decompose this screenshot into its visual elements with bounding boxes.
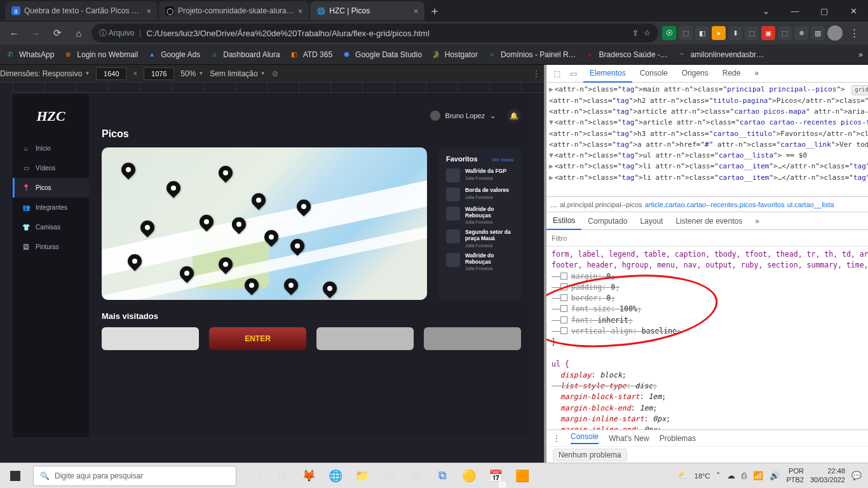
tile[interactable]	[102, 327, 199, 350]
tab-network[interactable]: Rede	[716, 65, 747, 83]
notifications-icon[interactable]: 💬	[851, 471, 862, 480]
css-declaration[interactable]: margin-inline-start: 0px;	[552, 414, 868, 424]
css-declaration[interactable]: margin-block-start: 1em;	[552, 391, 868, 402]
inspect-icon[interactable]: ⬚	[550, 67, 563, 80]
css-declaration[interactable]: padding: 0;	[552, 282, 868, 293]
sidebar-item-picos[interactable]: 📍Picos	[13, 178, 89, 198]
bookmark[interactable]: ~amilonlinevendasbr…	[677, 50, 764, 60]
map-pin[interactable]	[216, 163, 236, 182]
chrome-icon[interactable]: 🟡	[456, 463, 482, 489]
throttle-select[interactable]: Sem limitação	[210, 69, 265, 78]
language-indicator[interactable]: POR PTB2	[786, 467, 804, 484]
bookmark[interactable]: ⊕Login no Webmail	[63, 50, 138, 60]
css-declaration[interactable]: margin-block-end: 1em;	[552, 403, 868, 414]
height-input[interactable]	[144, 67, 174, 80]
styles-pane[interactable]: form, label, legend, table, caption, tbo…	[546, 247, 868, 430]
sidebar-item-início[interactable]: ⌂Início	[13, 139, 89, 158]
reload-button[interactable]: ⟳	[48, 24, 66, 42]
tab-layout[interactable]: Layout	[634, 213, 669, 229]
taskbar-search[interactable]: 🔍 Digite aqui para pesquisar	[33, 466, 236, 486]
elements-breadcrumb[interactable]: … al.principal.principal--picos article.…	[546, 197, 868, 212]
see-all-link[interactable]: Ver todos	[492, 158, 513, 163]
element-node[interactable]: <attr-n">class="tag">h3 attr-n">class="c…	[549, 128, 868, 139]
sidebar-item-vídeos[interactable]: ▭Vídeos	[13, 158, 89, 178]
cortana-icon[interactable]: ◯	[243, 463, 268, 489]
checkbox[interactable]	[560, 316, 567, 323]
close-icon[interactable]: ×	[414, 6, 419, 16]
store-icon[interactable]: 🛍	[376, 463, 402, 489]
puzzle-icon[interactable]: ✵	[794, 26, 808, 40]
checkbox[interactable]	[560, 273, 567, 280]
clock[interactable]: 22:48 30/03/2022	[810, 467, 845, 484]
wifi-icon[interactable]: 📶	[753, 471, 763, 480]
bookmark[interactable]: ◧ATD 365	[289, 50, 332, 60]
css-declaration[interactable]: border: 0;	[552, 293, 868, 304]
ext-icon[interactable]: ⬚	[679, 26, 693, 40]
weather-temp[interactable]: 18°C	[695, 472, 710, 480]
drawer-whatsnew[interactable]: What's New	[609, 434, 649, 443]
bookmark[interactable]: aDashboard Alura	[209, 50, 280, 60]
app-icon[interactable]: 📅35	[483, 463, 508, 489]
filter-input[interactable]	[546, 234, 868, 242]
user-menu[interactable]: Bruno Lopez ⌄	[430, 111, 496, 121]
crumb[interactable]: al.principal.principal--picos	[560, 201, 642, 208]
bookmark[interactable]: ●Bradesco Saúde -…	[585, 50, 668, 60]
close-icon[interactable]: ×	[298, 6, 303, 16]
mail-icon[interactable]: ✉	[403, 463, 428, 489]
kebab-icon[interactable]: ⋮	[845, 24, 863, 42]
bell-icon[interactable]: 🔔	[507, 109, 521, 123]
map-pin[interactable]	[248, 190, 268, 210]
new-tab-button[interactable]: ＋	[426, 2, 444, 20]
tabs-overflow[interactable]: »	[748, 65, 765, 83]
kebab-icon[interactable]: ⋮	[532, 69, 540, 78]
ext-icon[interactable]: ●	[712, 26, 726, 40]
tab-elements[interactable]: Elementos	[583, 65, 632, 83]
tile[interactable]: ENTER	[209, 327, 306, 350]
star-icon[interactable]: ☆	[644, 29, 651, 37]
bookmark[interactable]: ✆WhatsApp	[5, 50, 54, 60]
map-pin[interactable]	[164, 178, 184, 198]
css-declaration[interactable]: list-style-type: disc;	[552, 381, 868, 391]
favorite-item[interactable]: Wallride da FGP Júlia Fonseca	[446, 168, 513, 182]
tab-console[interactable]: Console	[634, 65, 674, 83]
element-node[interactable]: ▶<attr-n">class="tag">li attr-n">class="…	[549, 161, 868, 172]
favorite-item[interactable]: Wallride do Rebouças Júlia Fonseca	[446, 207, 513, 225]
ext-icon[interactable]: ⬚	[745, 26, 759, 40]
bookmark[interactable]: ⟐Domínios - Painel R…	[487, 50, 576, 60]
bookmarks-overflow[interactable]: »	[858, 50, 863, 59]
bookmark[interactable]: ▲Google Ads	[147, 50, 200, 60]
taskview-icon[interactable]: ⊞	[269, 463, 295, 489]
ext-icon[interactable]: ◧	[695, 26, 709, 40]
forward-button[interactable]: →	[27, 24, 44, 42]
tab-styles[interactable]: Estilos	[546, 212, 581, 230]
volume-icon[interactable]: 🔊	[770, 471, 780, 480]
url-input[interactable]: ⓘ Arquivo | C:/Users/luiz3/OneDrive/Área…	[92, 24, 658, 43]
elements-tree[interactable]: ▶<attr-n">class="tag">main attr-n">class…	[546, 83, 868, 197]
weather-icon[interactable]: ⛅	[678, 471, 688, 480]
map-pin[interactable]	[138, 218, 158, 238]
tile[interactable]	[316, 327, 414, 350]
tab-sources[interactable]: Origens	[675, 65, 715, 83]
profile-avatar[interactable]	[827, 25, 843, 41]
sidebar-item-pinturas[interactable]: 🖼Pinturas	[13, 237, 89, 257]
tab-computed[interactable]: Computado	[581, 213, 634, 229]
ext-icon[interactable]: ⬍	[728, 26, 742, 40]
element-node[interactable]: ▼<attr-n">class="tag">ul attr-n">class="…	[549, 150, 868, 161]
app-icon[interactable]: 🦊	[296, 463, 322, 489]
favorite-item[interactable]: Wallride do Rebouças Júlia Fonseca	[446, 253, 513, 271]
tab-event-listeners[interactable]: Listener de eventos	[669, 213, 749, 229]
ext-icon[interactable]: ▥	[811, 26, 825, 40]
ext-icon[interactable]: ⬚	[778, 26, 792, 40]
close-icon[interactable]: ×	[146, 6, 151, 16]
css-declaration[interactable]: margin: 0;	[552, 271, 868, 282]
favorite-item[interactable]: Segundo setor da praça Mauá Júlia Fonsec…	[446, 229, 513, 248]
onedrive-icon[interactable]: ☁	[727, 471, 735, 480]
tray-overflow-icon[interactable]: ˄	[716, 471, 721, 480]
checkbox[interactable]	[560, 327, 567, 334]
zoom-select[interactable]: 50%	[180, 69, 203, 78]
bookmark[interactable]: 🐊Hostgator	[431, 50, 478, 60]
css-declaration[interactable]: vertical-align: baseline;	[552, 326, 868, 337]
map-pin[interactable]	[118, 159, 138, 179]
css-declaration[interactable]: margin-inline-end: 0px;	[552, 424, 868, 430]
element-node[interactable]: ▶<attr-n">class="tag">li attr-n">class="…	[549, 172, 868, 184]
